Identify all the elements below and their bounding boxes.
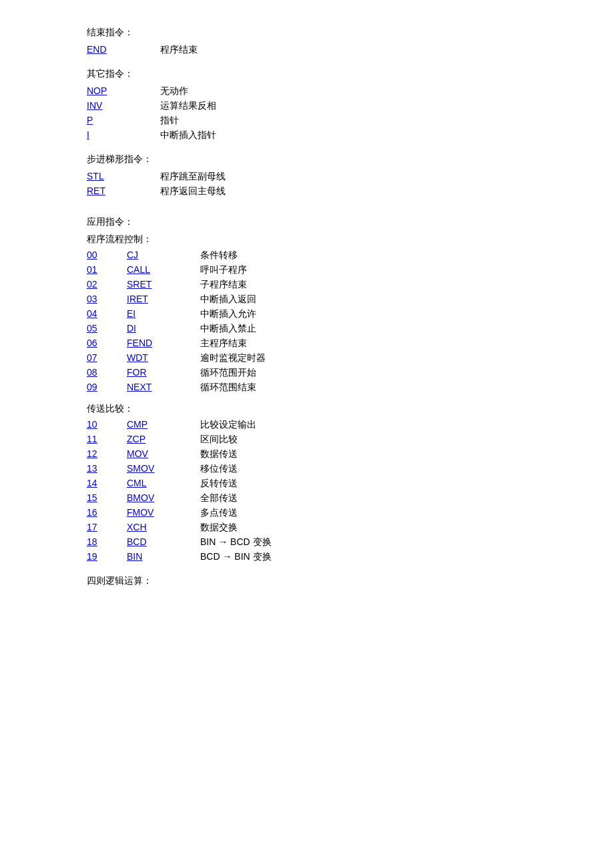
i-link[interactable]: I [87, 129, 160, 140]
wdt-desc: 逾时监视定时器 [200, 352, 527, 364]
p-desc: 指针 [160, 115, 527, 127]
num-10[interactable]: 10 [87, 419, 127, 430]
list-item: P 指针 [87, 115, 527, 127]
zcp-link[interactable]: ZCP [127, 434, 200, 444]
num-14[interactable]: 14 [87, 478, 127, 488]
num-15[interactable]: 15 [87, 492, 127, 503]
bmov-desc: 全部传送 [200, 492, 527, 504]
end-section: 结束指令： END 程序结束 [87, 27, 527, 56]
bcd-link[interactable]: BCD [127, 536, 200, 547]
list-item: 19 BIN BCD → BIN 变换 [87, 551, 527, 563]
list-item: 08 FOR 循环范围开始 [87, 367, 527, 379]
list-item: 00 CJ 条件转移 [87, 250, 527, 262]
list-item: 01 CALL 呼叫子程序 [87, 264, 527, 276]
num-01[interactable]: 01 [87, 264, 127, 275]
num-17[interactable]: 17 [87, 522, 127, 532]
di-link[interactable]: DI [127, 323, 200, 334]
fend-desc: 主程序结束 [200, 338, 527, 350]
num-06[interactable]: 06 [87, 338, 127, 348]
end-link[interactable]: END [87, 44, 160, 55]
list-item: END 程序结束 [87, 44, 527, 56]
sret-link[interactable]: SRET [127, 279, 200, 290]
mov-desc: 数据传送 [200, 448, 527, 460]
app-section-title: 应用指令： [87, 216, 527, 228]
ret-desc: 程序返回主母线 [160, 185, 527, 197]
cml-link[interactable]: CML [127, 478, 200, 488]
nop-link[interactable]: NOP [87, 85, 160, 96]
list-item: 03 IRET 中断插入返回 [87, 294, 527, 306]
list-item: 18 BCD BIN → BCD 变换 [87, 536, 527, 548]
list-item: 12 MOV 数据传送 [87, 448, 527, 460]
iret-link[interactable]: IRET [127, 294, 200, 304]
flow-control-title: 程序流程控制： [87, 234, 527, 246]
num-03[interactable]: 03 [87, 294, 127, 304]
nop-desc: 无动作 [160, 85, 527, 97]
list-item: 06 FEND 主程序结束 [87, 338, 527, 350]
cj-link[interactable]: CJ [127, 250, 200, 260]
cj-desc: 条件转移 [200, 250, 527, 262]
bin-desc: BCD → BIN 变换 [200, 551, 527, 563]
step-section-title: 步进梯形指令： [87, 153, 527, 165]
num-13[interactable]: 13 [87, 463, 127, 474]
smov-link[interactable]: SMOV [127, 463, 200, 474]
transfer-compare-subsection: 传送比较： 10 CMP 比较设定输出 11 ZCP 区间比较 12 MOV 数… [87, 403, 527, 563]
list-item: INV 运算结果反相 [87, 100, 527, 112]
cml-desc: 反转传送 [200, 478, 527, 490]
num-12[interactable]: 12 [87, 448, 127, 459]
num-19[interactable]: 19 [87, 551, 127, 562]
list-item: 02 SRET 子程序结束 [87, 279, 527, 291]
smov-desc: 移位传送 [200, 463, 527, 475]
ret-link[interactable]: RET [87, 185, 160, 196]
list-item: 11 ZCP 区间比较 [87, 434, 527, 446]
cmp-link[interactable]: CMP [127, 419, 200, 430]
num-05[interactable]: 05 [87, 323, 127, 334]
list-item: 07 WDT 逾时监视定时器 [87, 352, 527, 364]
bcd-desc: BIN → BCD 变换 [200, 536, 527, 548]
fend-link[interactable]: FEND [127, 338, 200, 348]
call-link[interactable]: CALL [127, 264, 200, 275]
app-section: 应用指令： 程序流程控制： 00 CJ 条件转移 01 CALL 呼叫子程序 0… [87, 216, 527, 563]
next-link[interactable]: NEXT [127, 382, 200, 392]
list-item: I 中断插入指针 [87, 129, 527, 141]
list-item: 16 FMOV 多点传送 [87, 507, 527, 519]
flow-control-subsection: 程序流程控制： 00 CJ 条件转移 01 CALL 呼叫子程序 02 SRET… [87, 234, 527, 394]
list-item: 04 EI 中断插入允许 [87, 308, 527, 320]
bin-link[interactable]: BIN [127, 551, 200, 562]
num-04[interactable]: 04 [87, 308, 127, 319]
other-section-title: 其它指令： [87, 68, 527, 80]
num-16[interactable]: 16 [87, 507, 127, 518]
num-08[interactable]: 08 [87, 367, 127, 378]
list-item: 17 XCH 数据交换 [87, 522, 527, 534]
cmp-desc: 比较设定输出 [200, 419, 527, 431]
fmov-link[interactable]: FMOV [127, 507, 200, 518]
other-section: 其它指令： NOP 无动作 INV 运算结果反相 P 指针 I 中断插入指针 [87, 68, 527, 141]
ei-desc: 中断插入允许 [200, 308, 527, 320]
fmov-desc: 多点传送 [200, 507, 527, 519]
list-item: 14 CML 反转传送 [87, 478, 527, 490]
stl-link[interactable]: STL [87, 171, 160, 181]
p-link[interactable]: P [87, 115, 160, 125]
wdt-link[interactable]: WDT [127, 352, 200, 363]
transfer-compare-title: 传送比较： [87, 403, 527, 415]
num-02[interactable]: 02 [87, 279, 127, 290]
for-link[interactable]: FOR [127, 367, 200, 378]
arithmetic-section-title: 四则逻辑运算： [87, 575, 527, 587]
di-desc: 中断插入禁止 [200, 323, 527, 335]
list-item: NOP 无动作 [87, 85, 527, 97]
list-item: 09 NEXT 循环范围结束 [87, 382, 527, 394]
num-00[interactable]: 00 [87, 250, 127, 260]
inv-link[interactable]: INV [87, 100, 160, 111]
num-09[interactable]: 09 [87, 382, 127, 392]
list-item: 05 DI 中断插入禁止 [87, 323, 527, 335]
for-desc: 循环范围开始 [200, 367, 527, 379]
xch-link[interactable]: XCH [127, 522, 200, 532]
num-11[interactable]: 11 [87, 434, 127, 444]
step-section: 步进梯形指令： STL 程序跳至副母线 RET 程序返回主母线 [87, 153, 527, 197]
arithmetic-section: 四则逻辑运算： [87, 575, 527, 587]
bmov-link[interactable]: BMOV [127, 492, 200, 503]
mov-link[interactable]: MOV [127, 448, 200, 459]
list-item: RET 程序返回主母线 [87, 185, 527, 197]
num-18[interactable]: 18 [87, 536, 127, 547]
num-07[interactable]: 07 [87, 352, 127, 363]
ei-link[interactable]: EI [127, 308, 200, 319]
